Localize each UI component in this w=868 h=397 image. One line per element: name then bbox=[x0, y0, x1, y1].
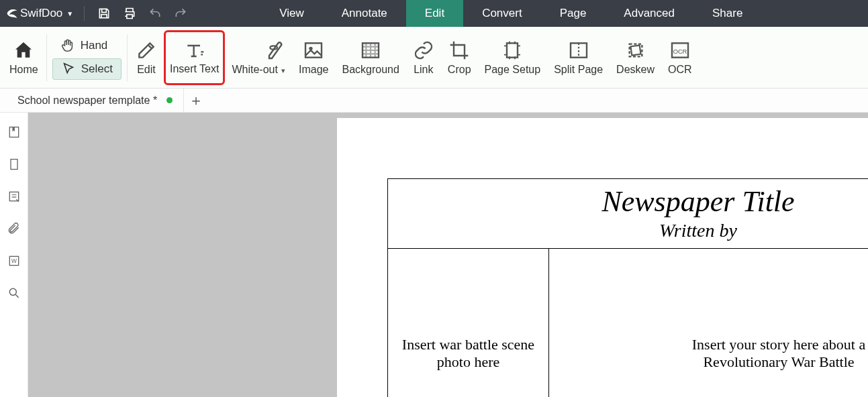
select-icon bbox=[61, 62, 76, 76]
edit-icon bbox=[136, 40, 157, 61]
page-setup-label: Page Setup bbox=[485, 64, 541, 76]
document-tabs: School newspaper template * ＋ bbox=[0, 89, 868, 113]
deskew-button[interactable]: Deskew bbox=[610, 27, 661, 88]
redo-button[interactable] bbox=[168, 0, 193, 27]
insert-text-button[interactable]: Insert Text bbox=[164, 30, 226, 85]
annotations-panel-button[interactable] bbox=[7, 189, 21, 204]
document-tab[interactable]: School newspaper template * bbox=[7, 89, 184, 112]
svg-rect-7 bbox=[630, 45, 640, 55]
paperclip-icon bbox=[7, 222, 21, 235]
svg-rect-4 bbox=[507, 43, 518, 57]
crop-label: Crop bbox=[448, 64, 471, 76]
ocr-label: OCR bbox=[668, 64, 692, 76]
word-icon: W bbox=[7, 254, 21, 268]
newspaper-title: Newspaper Title bbox=[388, 184, 868, 219]
thumbnails-panel-button[interactable] bbox=[7, 157, 21, 172]
separator bbox=[84, 6, 85, 21]
search-icon bbox=[7, 286, 21, 300]
whiteout-label: White-out ▾ bbox=[232, 64, 285, 76]
background-icon bbox=[360, 40, 381, 61]
svg-rect-12 bbox=[9, 192, 18, 201]
newspaper-body: Insert war battle scene photo here Inser… bbox=[388, 249, 868, 397]
select-label: Select bbox=[81, 62, 113, 76]
insert-text-icon bbox=[184, 40, 205, 62]
link-icon bbox=[413, 40, 434, 61]
whiteout-button[interactable]: White-out ▾ bbox=[225, 27, 292, 88]
menu-page[interactable]: Page bbox=[541, 0, 606, 27]
image-icon bbox=[303, 40, 324, 61]
newspaper-subtitle: Written by bbox=[388, 220, 868, 241]
hand-tool[interactable]: Hand bbox=[52, 36, 122, 56]
document-page[interactable]: Newspaper Title Written by Insert war ba… bbox=[337, 118, 868, 397]
main-area: W Newspaper Title Written by Insert war … bbox=[0, 113, 868, 397]
col2-text: Insert your story here about a Revolutio… bbox=[658, 336, 868, 371]
page-setup-button[interactable]: Page Setup bbox=[478, 27, 548, 88]
whiteout-icon bbox=[264, 40, 285, 61]
page-setup-icon bbox=[501, 40, 523, 61]
app-menu-caret-icon: ▼ bbox=[66, 10, 73, 17]
split-page-icon bbox=[568, 40, 589, 61]
app-brand[interactable]: SwifDoo ▼ bbox=[0, 0, 77, 27]
print-icon bbox=[123, 7, 136, 20]
image-label: Image bbox=[299, 64, 328, 76]
bookmark-icon bbox=[7, 125, 21, 139]
main-menu: View Annotate Edit Convert Page Advanced… bbox=[260, 0, 761, 27]
redo-icon bbox=[174, 7, 187, 20]
undo-button[interactable] bbox=[142, 0, 168, 27]
image-button[interactable]: Image bbox=[292, 27, 335, 88]
menu-advanced[interactable]: Advanced bbox=[605, 0, 693, 27]
deskew-icon bbox=[625, 40, 646, 61]
svg-rect-11 bbox=[11, 160, 17, 170]
background-label: Background bbox=[342, 64, 399, 76]
ocr-icon: OCR bbox=[669, 40, 691, 61]
convert-panel-button[interactable]: W bbox=[7, 253, 21, 268]
newspaper-frame: Newspaper Title Written by Insert war ba… bbox=[387, 178, 868, 397]
menu-share[interactable]: Share bbox=[693, 0, 761, 27]
title-bar-left: SwifDoo ▼ bbox=[0, 0, 193, 27]
menu-convert[interactable]: Convert bbox=[463, 0, 541, 27]
ocr-button[interactable]: OCR OCR bbox=[661, 27, 699, 88]
save-button[interactable] bbox=[91, 0, 117, 27]
hand-select-group: Hand Select bbox=[48, 27, 126, 88]
undo-icon bbox=[148, 7, 162, 20]
print-button[interactable] bbox=[117, 0, 142, 27]
hand-label: Hand bbox=[81, 39, 108, 52]
unsaved-indicator-icon bbox=[166, 97, 173, 103]
deskew-label: Deskew bbox=[616, 64, 655, 76]
home-button[interactable]: Home bbox=[3, 27, 45, 88]
split-page-button[interactable]: Split Page bbox=[547, 27, 610, 88]
app-name: SwifDoo bbox=[20, 7, 62, 20]
plus-icon: ＋ bbox=[189, 91, 203, 111]
separator bbox=[127, 34, 128, 81]
home-label: Home bbox=[9, 64, 38, 76]
separator bbox=[46, 34, 47, 81]
link-button[interactable]: Link bbox=[406, 27, 441, 88]
select-tool[interactable]: Select bbox=[52, 58, 122, 80]
svg-rect-1 bbox=[305, 43, 322, 57]
home-icon bbox=[13, 40, 34, 61]
insert-text-label: Insert Text bbox=[170, 63, 220, 75]
save-icon bbox=[97, 7, 111, 20]
menu-annotate[interactable]: Annotate bbox=[323, 0, 406, 27]
bookmarks-panel-button[interactable] bbox=[7, 125, 21, 139]
newspaper-story-placeholder: Insert your story here about a Revolutio… bbox=[549, 249, 868, 397]
crop-icon bbox=[448, 40, 470, 61]
attachments-panel-button[interactable] bbox=[7, 221, 21, 236]
hand-icon bbox=[60, 38, 75, 53]
split-page-label: Split Page bbox=[554, 64, 603, 76]
search-panel-button[interactable] bbox=[7, 286, 21, 300]
new-tab-button[interactable]: ＋ bbox=[184, 89, 208, 113]
edit-label: Edit bbox=[137, 64, 156, 76]
menu-view[interactable]: View bbox=[260, 0, 323, 27]
page-icon bbox=[7, 158, 21, 171]
link-label: Link bbox=[414, 64, 433, 76]
menu-edit[interactable]: Edit bbox=[406, 0, 463, 27]
app-logo-icon bbox=[5, 7, 19, 20]
edit-button[interactable]: Edit bbox=[129, 27, 164, 88]
annotate-icon bbox=[7, 190, 21, 203]
canvas[interactable]: Newspaper Title Written by Insert war ba… bbox=[28, 113, 868, 397]
background-button[interactable]: Background bbox=[335, 27, 405, 88]
svg-text:OCR: OCR bbox=[673, 48, 687, 55]
crop-button[interactable]: Crop bbox=[441, 27, 478, 88]
document-tab-title: School newspaper template * bbox=[17, 95, 157, 107]
